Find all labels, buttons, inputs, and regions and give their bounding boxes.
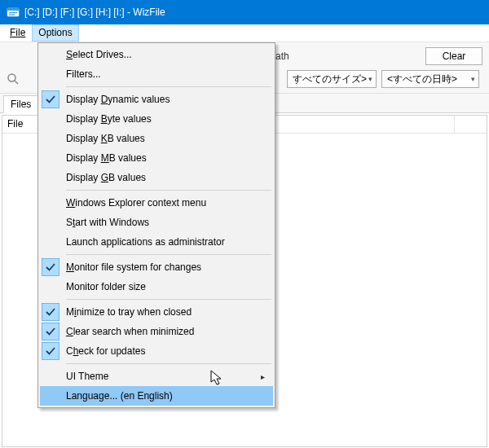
chevron-down-icon: ▾ bbox=[471, 75, 475, 83]
date-filter-combo[interactable]: <すべての日時> ▾ bbox=[381, 70, 479, 88]
chevron-right-icon: ▸ bbox=[261, 372, 265, 381]
menu-separator bbox=[66, 254, 271, 255]
svg-point-4 bbox=[8, 74, 15, 81]
menu-item-label: Language... (en English) bbox=[66, 390, 173, 402]
check-icon bbox=[42, 303, 59, 321]
menu-item-label: Filters... bbox=[66, 68, 101, 80]
menu-item-label: Display Dynamic values bbox=[66, 94, 170, 105]
menu-item-label: Monitor folder size bbox=[66, 281, 146, 292]
options-dropdown: Select Drives...Filters...Display Dynami… bbox=[37, 42, 275, 408]
menu-item-label: Display Byte values bbox=[66, 113, 152, 125]
menu-item-label: Display MB values bbox=[66, 152, 147, 164]
menu-item-monitor-fs[interactable]: Monitor file system for changes bbox=[40, 257, 273, 277]
menu-item-label: Start with Windows bbox=[66, 217, 149, 228]
menu-bar: File Options bbox=[0, 24, 489, 42]
menu-item-label: Launch applications as administrator bbox=[66, 236, 225, 248]
check-icon bbox=[42, 90, 59, 108]
menu-separator bbox=[66, 363, 271, 364]
svg-rect-2 bbox=[9, 12, 17, 13]
menu-item-minimize-tray[interactable]: Minimize to tray when closed bbox=[40, 302, 273, 322]
svg-rect-1 bbox=[7, 8, 19, 11]
svg-rect-3 bbox=[9, 15, 15, 15]
check-icon bbox=[42, 258, 59, 276]
app-icon bbox=[7, 6, 20, 19]
menu-item-label: Display KB values bbox=[66, 133, 145, 144]
menu-item-label: Clear search when minimized bbox=[66, 326, 194, 337]
clear-button[interactable]: Clear bbox=[425, 47, 482, 65]
menu-item-label: Monitor file system for changes bbox=[66, 261, 201, 273]
menu-item-label: Windows Explorer context menu bbox=[66, 197, 206, 209]
menu-item-display-gb[interactable]: Display GB values bbox=[40, 168, 273, 187]
menu-item-ui-theme[interactable]: UI Theme▸ bbox=[40, 367, 273, 386]
menu-item-display-kb[interactable]: Display KB values bbox=[40, 129, 273, 148]
chevron-down-icon: ▾ bbox=[368, 75, 372, 83]
menu-item-label: UI Theme bbox=[66, 371, 108, 382]
menu-item-label: Select Drives... bbox=[66, 49, 132, 60]
menu-options[interactable]: Options bbox=[32, 24, 78, 42]
size-filter-combo[interactable]: すべてのサイズ> ▾ bbox=[287, 70, 377, 88]
menu-separator bbox=[66, 86, 271, 87]
menu-file[interactable]: File bbox=[3, 24, 32, 42]
menu-item-start-with-windows[interactable]: Start with Windows bbox=[40, 213, 273, 232]
window-title: [C:] [D:] [F:] [G:] [H:] [I:] - WizFile bbox=[24, 7, 165, 18]
menu-item-label: Check for updates bbox=[66, 345, 145, 357]
title-bar: [C:] [D:] [F:] [G:] [H:] [I:] - WizFile bbox=[0, 0, 489, 24]
svg-line-5 bbox=[15, 81, 18, 84]
menu-item-clear-search[interactable]: Clear search when minimized bbox=[40, 322, 273, 341]
menu-item-display-byte[interactable]: Display Byte values bbox=[40, 109, 273, 129]
menu-item-monitor-folder[interactable]: Monitor folder size bbox=[40, 277, 273, 296]
menu-separator bbox=[66, 299, 271, 300]
menu-item-label: Minimize to tray when closed bbox=[66, 306, 192, 318]
menu-item-filters[interactable]: Filters... bbox=[40, 64, 273, 84]
path-label: ath bbox=[275, 51, 289, 62]
check-icon bbox=[42, 323, 59, 340]
menu-item-check-updates[interactable]: Check for updates bbox=[40, 341, 273, 361]
menu-separator bbox=[66, 190, 271, 191]
menu-item-explorer-context[interactable]: Windows Explorer context menu bbox=[40, 193, 273, 213]
menu-item-display-dynamic[interactable]: Display Dynamic values bbox=[40, 90, 273, 109]
menu-item-label: Display GB values bbox=[66, 172, 146, 183]
menu-item-launch-admin[interactable]: Launch applications as administrator bbox=[40, 232, 273, 252]
menu-item-display-mb[interactable]: Display MB values bbox=[40, 148, 273, 168]
search-icon[interactable] bbox=[7, 72, 20, 86]
menu-item-select-drives[interactable]: Select Drives... bbox=[40, 45, 273, 64]
tab-files[interactable]: Files bbox=[3, 95, 38, 113]
check-icon bbox=[42, 342, 59, 360]
menu-item-language[interactable]: Language... (en English) bbox=[40, 386, 273, 406]
